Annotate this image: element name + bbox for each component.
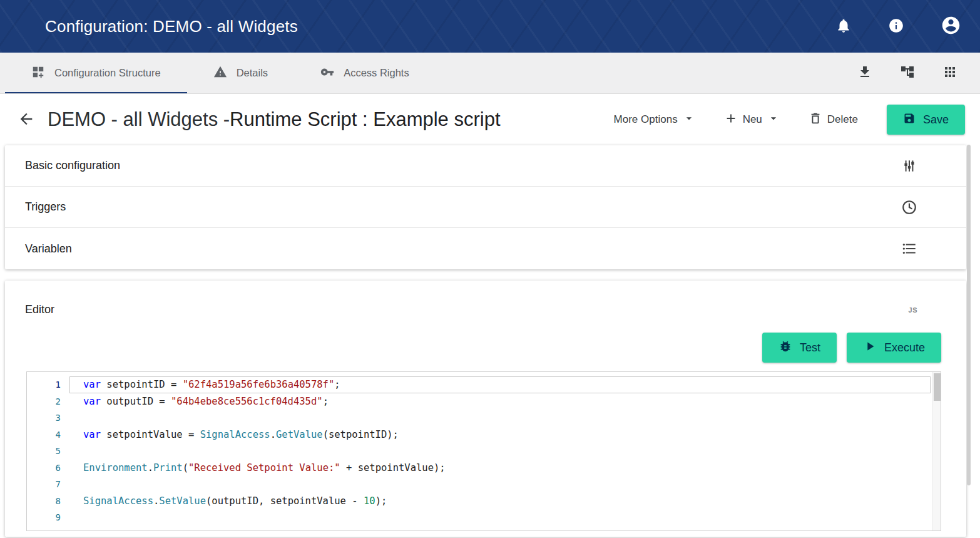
bell-icon — [835, 18, 852, 36]
tab-configuration-structure[interactable]: Configuration Structure — [5, 53, 187, 93]
accordion-row-label: Basic configuration — [25, 159, 120, 172]
code-line-content[interactable]: SignalAccess.SetValue(outputID, setpoint… — [69, 493, 931, 510]
code-line-content[interactable]: Environment.Print("Received Setpoint Val… — [69, 460, 931, 477]
page-title-prefix: DEMO - all Widgets - — [48, 108, 230, 131]
download-icon — [857, 65, 872, 81]
trash-icon — [809, 111, 822, 128]
code-line-content[interactable] — [69, 443, 931, 460]
editor-scrollbar-thumb[interactable] — [934, 373, 941, 401]
code-line-content[interactable] — [69, 476, 931, 493]
code-lines: 1var setpointID = "62f4a519a56fe6b36a405… — [27, 376, 941, 526]
save-icon — [903, 112, 916, 128]
bug-icon — [778, 339, 792, 356]
hierarchy-icon — [900, 65, 915, 81]
tab-access-rights[interactable]: Access Rights — [294, 53, 436, 93]
tabsbar-actions — [857, 53, 980, 93]
back-button[interactable] — [15, 108, 38, 132]
accordion-card: Basic configuration Triggers Variablen — [5, 145, 966, 269]
configuration-structure-icon — [31, 65, 45, 81]
download-button[interactable] — [857, 65, 872, 81]
page-title-main: Runtime Script : Example script — [230, 108, 500, 131]
warning-icon — [213, 65, 227, 81]
accordion-row-triggers[interactable]: Triggers — [5, 187, 966, 228]
delete-label: Delete — [827, 113, 858, 126]
main-content: Basic configuration Triggers Variablen — [0, 145, 980, 537]
execute-label: Execute — [884, 341, 925, 354]
code-line[interactable]: 4var setpointValue = SignalAccess.GetVal… — [27, 427, 941, 443]
code-line[interactable]: 8SignalAccess.SetValue(outputID, setpoin… — [27, 493, 941, 510]
more-options-label: More Options — [614, 113, 678, 126]
code-line-content[interactable] — [69, 509, 931, 526]
code-line-content[interactable]: var setpointValue = SignalAccess.GetValu… — [69, 427, 931, 443]
line-number: 1 — [27, 376, 69, 393]
line-number: 6 — [27, 460, 69, 477]
chevron-down-icon — [683, 112, 695, 128]
hierarchy-button[interactable] — [900, 65, 915, 81]
code-line[interactable]: 6Environment.Print("Received Setpoint Va… — [27, 460, 941, 477]
execute-button[interactable]: Execute — [847, 333, 941, 363]
editor-label: Editor — [25, 303, 54, 316]
apps-grid-button[interactable] — [942, 65, 957, 81]
notifications-button[interactable] — [835, 18, 852, 36]
app-window: Configuration: DEMO - all Widgets — [0, 0, 980, 538]
code-line[interactable]: 1var setpointID = "62f4a519a56fe6b36a405… — [27, 376, 941, 393]
more-options-button[interactable]: More Options — [614, 112, 695, 128]
editor-head: Editor JS — [5, 281, 966, 316]
test-label: Test — [800, 341, 820, 354]
page-title: DEMO - all Widgets - Runtime Script : Ex… — [48, 108, 501, 131]
apps-grid-icon — [942, 65, 957, 81]
arrow-back-icon — [18, 110, 35, 130]
language-badge: JS — [909, 306, 917, 314]
tab-label: Access Rights — [344, 67, 409, 79]
window-title: Configuration: DEMO - all Widgets — [45, 17, 298, 36]
editor-card: Editor JS Test Execute 1var se — [5, 281, 966, 537]
code-line[interactable]: 9 — [27, 509, 941, 526]
tab-details[interactable]: Details — [187, 53, 294, 93]
code-editor[interactable]: 1var setpointID = "62f4a519a56fe6b36a405… — [26, 371, 941, 531]
account-icon — [941, 15, 961, 38]
chevron-down-icon — [767, 112, 780, 128]
line-number: 2 — [27, 393, 69, 410]
accordion-row-basic-configuration[interactable]: Basic configuration — [5, 145, 966, 187]
new-label: Neu — [743, 113, 762, 126]
accordion-row-variablen[interactable]: Variablen — [5, 228, 966, 269]
accordion-row-label: Variablen — [25, 242, 72, 256]
line-number: 7 — [27, 476, 69, 493]
tab-label: Details — [237, 67, 268, 79]
topbar-icons — [835, 15, 961, 38]
header-actions: More Options Neu Delete — [614, 105, 965, 135]
save-button[interactable]: Save — [887, 105, 965, 135]
key-icon — [320, 65, 334, 81]
tabs-bar: Configuration Structure Details Access R… — [0, 53, 980, 94]
test-button[interactable]: Test — [762, 333, 837, 363]
new-button[interactable]: Neu — [724, 111, 780, 128]
line-number: 3 — [27, 410, 69, 427]
code-line-content[interactable] — [69, 410, 931, 427]
account-button[interactable] — [941, 15, 961, 38]
topbar: Configuration: DEMO - all Widgets — [0, 0, 980, 53]
line-number: 8 — [27, 493, 69, 510]
accordion-row-label: Triggers — [25, 200, 66, 214]
code-line[interactable]: 2var outputID = "64b4ebe8ce556c1cf04d435… — [27, 393, 941, 410]
tab-label: Configuration Structure — [54, 67, 161, 79]
code-line[interactable]: 3 — [27, 410, 941, 427]
code-line[interactable]: 5 — [27, 443, 941, 460]
info-button[interactable] — [888, 18, 904, 36]
editor-actions: Test Execute — [5, 316, 966, 369]
plus-icon — [724, 111, 738, 128]
sliders-icon — [901, 158, 917, 174]
page-header: DEMO - all Widgets - Runtime Script : Ex… — [0, 94, 980, 145]
save-label: Save — [923, 113, 949, 127]
code-line[interactable]: 7 — [27, 476, 941, 493]
clock-icon — [901, 199, 917, 215]
play-icon — [863, 339, 877, 356]
editor-scrollbar[interactable] — [932, 372, 941, 530]
delete-button[interactable]: Delete — [809, 111, 858, 128]
line-number: 4 — [27, 427, 69, 443]
page-scrollbar[interactable] — [967, 145, 971, 485]
line-number: 5 — [27, 443, 69, 460]
info-icon — [888, 18, 904, 36]
list-icon — [901, 241, 917, 257]
code-line-content[interactable]: var setpointID = "62f4a519a56fe6b36a4057… — [69, 376, 931, 393]
code-line-content[interactable]: var outputID = "64b4ebe8ce556c1cf04d435d… — [69, 393, 931, 410]
